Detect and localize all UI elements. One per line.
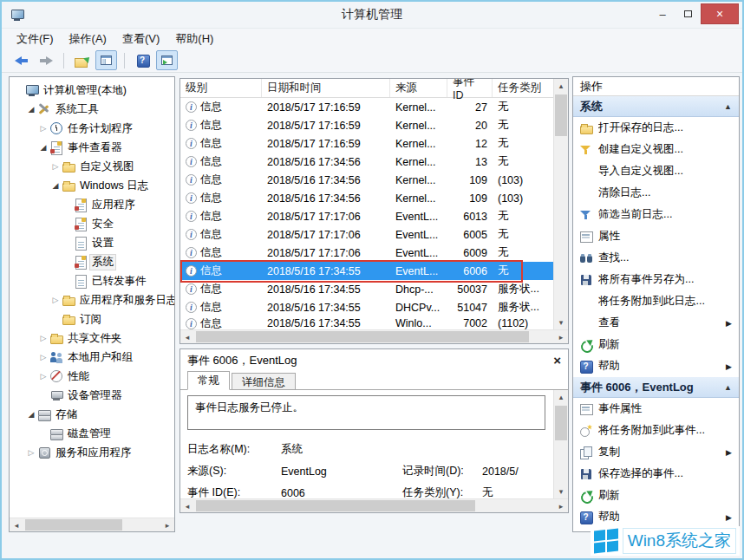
event-row[interactable]: 信息 2018/5/17 17:17:06 EventL... 6005 无 — [180, 225, 553, 244]
menu-item[interactable]: 文件(F) — [9, 29, 62, 49]
tree-item[interactable]: ◢ Windows 日志 — [10, 176, 174, 195]
scrollbar-thumb[interactable] — [555, 406, 567, 440]
event-row[interactable]: 信息 2018/5/17 17:16:59 Kernel... 20 无 — [180, 116, 553, 134]
column-header[interactable]: 级别 — [180, 79, 262, 97]
scroll-down-icon[interactable]: ▾ — [554, 485, 568, 498]
action-item[interactable]: 清除日志... — [573, 182, 739, 204]
action-item[interactable]: 保存选择的事件... — [573, 463, 739, 485]
tree-item[interactable]: ▷ 任务计划程序 — [10, 119, 174, 138]
tab-details[interactable]: 详细信息 — [232, 373, 296, 390]
tree-expander-icon[interactable]: ◢ — [37, 141, 49, 153]
tree-expander-icon[interactable]: ◢ — [25, 408, 37, 420]
column-header[interactable]: 日期和时间 — [262, 79, 390, 97]
action-item[interactable]: 筛选当前日志... — [573, 204, 739, 225]
event-row[interactable]: 信息 2018/5/17 17:17:06 EventL... 6013 无 — [180, 207, 553, 225]
scroll-up-icon[interactable]: ▴ — [554, 79, 568, 93]
action-item[interactable]: 复制 ▶ — [573, 441, 739, 463]
event-row[interactable]: 信息 2018/5/16 17:34:56 Kernel... 13 无 — [180, 153, 553, 171]
action-item[interactable]: 创建自定义视图... — [573, 139, 739, 160]
tree-item[interactable]: 安全 — [10, 214, 174, 233]
collapse-icon[interactable]: ▲ — [724, 383, 732, 392]
scroll-up-icon[interactable]: ▴ — [554, 390, 568, 404]
collapse-icon[interactable]: ▲ — [724, 102, 732, 111]
tree-item[interactable]: ◢ 存储 — [10, 405, 174, 424]
scroll-right-icon[interactable]: ▸ — [160, 518, 174, 532]
tree-expander-icon[interactable]: ◢ — [49, 179, 62, 192]
event-row[interactable]: 信息 2018/5/16 17:34:55 DHCPv... 51047 服务状… — [180, 298, 553, 316]
scrollbar-thumb[interactable] — [196, 331, 529, 342]
tree-item[interactable]: 应用程序 — [10, 195, 174, 214]
tab-general[interactable]: 常规 — [187, 371, 230, 390]
tree-expander-icon[interactable]: ▷ — [37, 332, 49, 344]
scroll-right-icon[interactable]: ▸ — [554, 330, 568, 344]
scroll-left-icon[interactable]: ◂ — [180, 330, 194, 344]
tree-expander-icon[interactable]: ◢ — [25, 103, 37, 115]
action-item[interactable]: 将所有事件另存为... — [573, 269, 739, 290]
detail-horizontal-scrollbar[interactable]: ◂ ▸ — [180, 498, 568, 512]
tree-item[interactable]: 订阅 — [10, 309, 174, 329]
scrollbar-thumb[interactable] — [196, 500, 475, 511]
scrollbar-thumb[interactable] — [555, 94, 567, 136]
tree-expander-icon[interactable]: ▷ — [37, 122, 49, 134]
tree-expander-icon[interactable]: ▷ — [49, 160, 62, 173]
event-row[interactable]: 信息 2018/5/16 17:34:55 Winlo... 7002 (110… — [180, 316, 553, 329]
event-row[interactable]: 信息 2018/5/17 17:16:59 Kernel... 12 无 — [180, 134, 553, 153]
tree-expander-icon[interactable]: ▷ — [25, 446, 37, 459]
tree-horizontal-scrollbar[interactable]: ◂ ▸ — [10, 518, 174, 531]
tree-item[interactable]: ▷ 自定义视图 — [10, 157, 174, 176]
event-row[interactable]: 信息 2018/5/16 17:34:56 Kernel... 109 (103… — [180, 189, 553, 207]
action-item[interactable]: 将任务附加到此事件... — [573, 420, 739, 441]
maximize-button[interactable] — [675, 4, 700, 23]
minimize-button[interactable]: – — [650, 4, 675, 23]
tree-item[interactable]: ◢ 系统工具 — [10, 100, 174, 119]
column-header[interactable]: 任务类别 — [493, 79, 553, 97]
tree-expander-icon[interactable]: ▷ — [37, 351, 49, 363]
event-row[interactable]: 信息 2018/5/16 17:34:55 Dhcp-... 50037 服务状… — [180, 280, 553, 298]
action-item[interactable]: 打开保存的日志... — [573, 117, 739, 139]
event-row[interactable]: 信息 2018/5/17 17:16:59 Kernel... 27 无 — [180, 98, 553, 116]
event-row[interactable]: 信息 2018/5/16 17:34:56 Kernel... 109 (103… — [180, 171, 553, 189]
close-button[interactable]: × — [701, 3, 739, 24]
tree-expander-icon[interactable]: ▷ — [37, 370, 49, 382]
detail-close-icon[interactable]: × — [553, 354, 561, 367]
action-item[interactable]: 事件属性 — [573, 398, 739, 420]
forward-button[interactable] — [35, 50, 56, 70]
event-list-vertical-scrollbar[interactable]: ▴ ▾ — [553, 79, 568, 329]
tree-item[interactable]: ▷ 服务和应用程序 — [10, 443, 174, 462]
tree-item[interactable]: 磁盘管理 — [10, 424, 174, 443]
action-item[interactable]: 刷新 — [573, 334, 739, 355]
tree-item[interactable]: 已转发事件 — [10, 271, 174, 290]
scrollbar-thumb[interactable] — [25, 519, 122, 531]
tree-item[interactable]: 设备管理器 — [10, 386, 174, 405]
column-header[interactable]: 事件 ID — [447, 79, 493, 97]
scroll-left-icon[interactable]: ◂ — [10, 518, 23, 532]
action-item[interactable]: 帮助 ▶ — [573, 506, 739, 528]
scroll-down-icon[interactable]: ▾ — [554, 316, 568, 329]
tree-expander-icon[interactable]: ▷ — [49, 294, 62, 306]
event-list-horizontal-scrollbar[interactable]: ◂ ▸ — [180, 329, 568, 343]
action-item[interactable]: 属性 — [573, 225, 739, 247]
tree-item[interactable]: ▷ 性能 — [10, 367, 174, 386]
scroll-right-icon[interactable]: ▸ — [554, 499, 568, 513]
tree-item[interactable]: 系统 — [10, 252, 174, 271]
tree-item[interactable]: 设置 — [10, 233, 174, 252]
help-button[interactable] — [132, 50, 153, 70]
menu-item[interactable]: 查看(V) — [114, 29, 167, 49]
export-list-button[interactable] — [71, 50, 93, 70]
show-action-pane-button[interactable] — [156, 50, 178, 70]
action-item[interactable]: 刷新 — [573, 485, 739, 506]
actions-section-system[interactable]: 系统 ▲ — [573, 96, 739, 117]
detail-vertical-scrollbar[interactable]: ▴ ▾ — [553, 390, 568, 498]
event-row[interactable]: 信息 2018/5/16 17:34:55 EventL... 6006 无 — [180, 262, 553, 280]
action-item[interactable]: 查看 ▶ — [573, 312, 739, 334]
column-header[interactable]: 来源 — [390, 79, 447, 97]
action-item[interactable]: 将任务附加到此日志... — [573, 290, 739, 312]
tree-item[interactable]: ▷ 应用程序和服务日志 — [10, 290, 174, 309]
tree-item[interactable]: ◢ 事件查看器 — [10, 138, 174, 157]
action-item[interactable]: 帮助 ▶ — [573, 355, 739, 377]
actions-section-event[interactable]: 事件 6006，EventLog ▲ — [573, 377, 739, 398]
scroll-left-icon[interactable]: ◂ — [180, 499, 194, 513]
action-item[interactable]: 查找... — [573, 247, 739, 269]
tree-item[interactable]: 计算机管理(本地) — [10, 81, 174, 100]
back-button[interactable] — [10, 50, 32, 70]
